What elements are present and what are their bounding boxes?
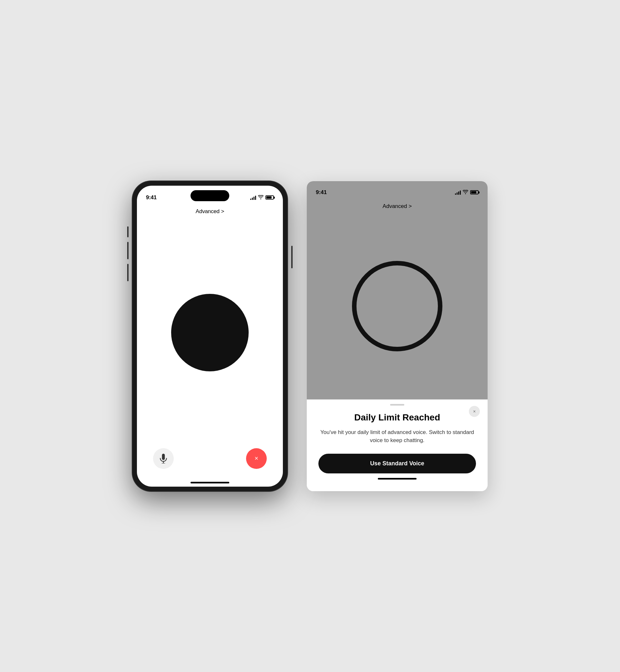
home-indicator-right: [378, 478, 417, 479]
phone-frame: 9:41: [133, 181, 288, 491]
power-button: [291, 246, 293, 268]
signal-bar-r2: [457, 193, 458, 195]
use-standard-voice-button[interactable]: Use Standard Voice: [318, 454, 476, 473]
bottom-sheet: × Daily Limit Reached You've hit your da…: [307, 400, 487, 491]
sheet-close-button[interactable]: ×: [469, 406, 480, 417]
battery-fill-right: [471, 191, 476, 194]
close-x-icon: ×: [254, 455, 258, 462]
svg-rect-0: [162, 454, 165, 460]
status-time-right: 9:41: [316, 189, 327, 196]
signal-bar-r4: [460, 191, 461, 195]
left-side-buttons: [127, 226, 128, 281]
status-icons-right: [455, 190, 478, 195]
battery-icon-right: [470, 190, 478, 194]
signal-bar-4: [255, 196, 256, 200]
signal-bar-r1: [455, 194, 456, 195]
phone-mockup: 9:41: [133, 181, 288, 491]
signal-bar-2: [252, 198, 253, 200]
battery-fill-left: [266, 196, 271, 199]
signal-bars-left: [250, 195, 256, 200]
wifi-icon-right: [463, 190, 468, 195]
screen-right: 9:41: [307, 181, 487, 491]
signal-bar-r3: [458, 192, 459, 195]
battery-icon-left: [265, 195, 274, 200]
status-icons-left: [250, 195, 274, 200]
sheet-description: You've hit your daily limit of advanced …: [318, 428, 476, 445]
dynamic-island: [191, 190, 229, 201]
phone-nav-left[interactable]: Advanced >: [137, 204, 283, 217]
right-nav[interactable]: Advanced >: [307, 199, 487, 213]
status-time-left: 9:41: [146, 194, 157, 201]
phone-controls: ×: [137, 448, 283, 482]
solid-circle: [171, 294, 249, 371]
mic-icon: [159, 454, 168, 463]
sheet-close-icon: ×: [473, 409, 476, 414]
mic-button[interactable]: [153, 448, 174, 469]
volume-down-button: [127, 264, 128, 281]
signal-bar-1: [250, 199, 251, 200]
right-side-buttons: [291, 246, 293, 268]
wifi-icon-left: [258, 195, 263, 200]
home-indicator-left: [191, 482, 229, 483]
sheet-handle: [390, 404, 404, 406]
silent-switch: [127, 226, 128, 237]
phone-screen: 9:41: [137, 186, 283, 487]
volume-up-button: [127, 242, 128, 259]
status-bar-right: 9:41: [307, 181, 487, 199]
circle-outline: [352, 261, 443, 351]
phone-content-left: [137, 217, 283, 448]
close-button-red[interactable]: ×: [246, 448, 267, 469]
main-layout: 9:41: [0, 0, 620, 672]
signal-bars-right: [455, 190, 461, 195]
advanced-link-right[interactable]: Advanced >: [383, 203, 412, 209]
advanced-link-left[interactable]: Advanced >: [196, 208, 224, 214]
right-gray-area: [307, 213, 487, 400]
signal-bar-3: [254, 197, 254, 200]
sheet-title: Daily Limit Reached: [318, 412, 476, 423]
